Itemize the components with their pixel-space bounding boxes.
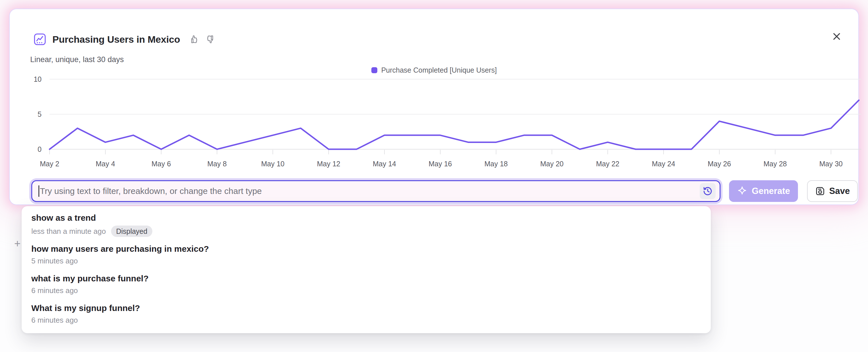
chart-card: Purchasing Users in Mexico Linear, uniqu…: [9, 8, 859, 205]
plus-glyph[interactable]: +: [14, 237, 21, 250]
svg-text:May 4: May 4: [96, 160, 115, 168]
history-meta: less than a minute ago Displayed: [31, 226, 701, 237]
ask-bar: [31, 180, 720, 202]
save-label: Save: [829, 186, 850, 196]
sparkle-icon: [737, 186, 747, 196]
history-meta: 5 minutes ago: [31, 257, 701, 265]
svg-text:May 26: May 26: [708, 160, 731, 168]
status-badge: Displayed: [111, 226, 153, 237]
history-meta: 6 minutes ago: [31, 316, 701, 325]
svg-text:May 22: May 22: [596, 160, 619, 168]
svg-text:May 2: May 2: [40, 160, 59, 168]
svg-text:May 14: May 14: [373, 160, 396, 168]
svg-text:May 8: May 8: [207, 160, 227, 168]
page: Purchasing Users in Mexico Linear, uniqu…: [0, 0, 868, 352]
ask-input[interactable]: [40, 183, 700, 200]
history-meta: 6 minutes ago: [31, 286, 701, 295]
line-chart[interactable]: 0510May 2May 4May 6May 8May 10May 12May …: [10, 9, 868, 174]
history-button[interactable]: [700, 183, 716, 199]
history-time: 5 minutes ago: [31, 257, 78, 265]
svg-text:5: 5: [38, 110, 41, 118]
svg-text:10: 10: [34, 75, 41, 83]
history-item[interactable]: show as a trend less than a minute ago D…: [22, 210, 711, 240]
history-time: 6 minutes ago: [31, 316, 78, 325]
svg-text:May 12: May 12: [317, 160, 340, 168]
history-clock-icon: [703, 186, 713, 196]
history-query: what is my purchase funnel?: [31, 274, 701, 283]
svg-text:May 6: May 6: [152, 160, 171, 168]
svg-text:May 28: May 28: [764, 160, 787, 168]
history-query: What is my signup funnel?: [31, 303, 701, 313]
save-button[interactable]: Save: [807, 180, 858, 202]
svg-text:May 24: May 24: [652, 160, 675, 168]
svg-text:May 10: May 10: [261, 160, 284, 168]
history-item[interactable]: how many users are purchasing in mexico?…: [22, 240, 711, 269]
history-time: 6 minutes ago: [31, 286, 78, 295]
svg-text:May 30: May 30: [819, 160, 843, 168]
history-dropdown: show as a trend less than a minute ago D…: [22, 206, 711, 333]
history-query: show as a trend: [31, 213, 701, 223]
history-item[interactable]: What is my signup funnel? 6 minutes ago: [22, 299, 711, 329]
save-icon: [815, 186, 825, 196]
svg-text:May 20: May 20: [540, 160, 564, 168]
text-caret: [38, 185, 39, 197]
svg-text:May 18: May 18: [485, 160, 508, 168]
svg-text:May 16: May 16: [429, 160, 452, 168]
history-time: less than a minute ago: [31, 227, 106, 236]
generate-label: Generate: [752, 186, 790, 196]
history-query: how many users are purchasing in mexico?: [31, 244, 701, 254]
generate-button[interactable]: Generate: [729, 180, 798, 202]
svg-text:0: 0: [38, 145, 41, 153]
history-item[interactable]: what is my purchase funnel? 6 minutes ag…: [22, 269, 711, 299]
